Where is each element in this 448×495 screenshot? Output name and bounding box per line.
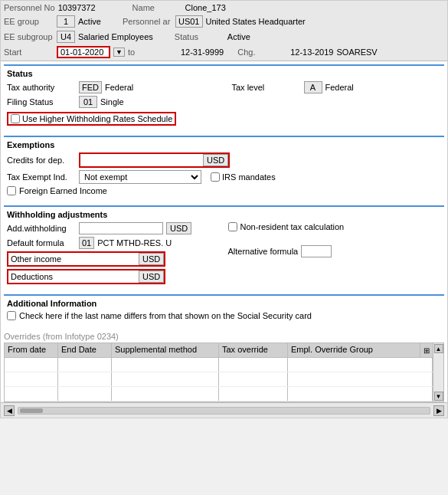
add-withholding-currency: USD (166, 222, 191, 234)
exemptions-section-title: Exemptions (7, 140, 441, 149)
overrides-section: Overrides (from Infotype 0234) From date… (4, 330, 444, 402)
deductions-currency: USD (139, 270, 164, 283)
ee-subgroup-code: U4 (57, 31, 75, 43)
use-higher-withholding-checkbox[interactable] (11, 114, 20, 123)
credits-dep-input[interactable] (80, 154, 203, 166)
other-income-row: Other income USD (7, 251, 221, 267)
status-label: Status (175, 32, 224, 41)
col-supplemental: Supplemental method (112, 343, 219, 357)
additional-section-title: Additional Information (7, 299, 441, 308)
irs-mandates-label: IRS mandates (222, 172, 276, 182)
filing-status-row: Filing Status 01 Single (7, 96, 217, 108)
personnel-no-pair: Personnel No 10397372 (4, 3, 96, 12)
add-withholding-row: Add.withholding USD (7, 222, 221, 234)
scroll-right-btn[interactable]: ▶ (433, 405, 444, 416)
tax-authority-label: Tax authority (7, 83, 76, 92)
ee-subgroup-label: EE subgroup (4, 32, 54, 41)
tax-level-row: Tax level A Federal (232, 81, 442, 93)
grid-row-1[interactable] (5, 358, 433, 372)
status-value: Active (227, 32, 250, 41)
alternative-formula-row: Alternative formula (228, 245, 442, 257)
other-income-input[interactable] (77, 253, 139, 265)
col-empl-override: Empl. Override Group (288, 343, 420, 357)
grid-row-3[interactable] (5, 387, 433, 402)
to-value: 12-31-9999 (181, 48, 224, 57)
other-income-currency: USD (139, 253, 164, 265)
calendar-icon[interactable]: ▼ (113, 48, 125, 57)
credits-dep-label: Credits for dep. (7, 156, 76, 165)
alternative-formula-label: Alternative formula (228, 247, 299, 256)
status-section-title: Status (7, 69, 441, 78)
deductions-input[interactable] (77, 270, 139, 283)
tax-authority-value: Federal (105, 83, 133, 92)
grid-header: From date End Date Supplemental method T… (5, 343, 433, 358)
other-income-label: Other income (8, 254, 77, 264)
scroll-left-btn[interactable]: ◀ (4, 405, 15, 416)
check-last-name-row: Check here if the last name differs from… (7, 311, 441, 320)
non-resident-checkbox[interactable] (228, 222, 237, 231)
personnel-no-value: 10397372 (58, 3, 96, 12)
overrides-title: Overrides (from Infotype 0234) (4, 330, 444, 343)
grid-row-2[interactable] (5, 372, 433, 387)
status-section: Status Tax authority FED Federal Filing … (4, 64, 444, 133)
tax-level-value: Federal (325, 83, 354, 92)
col-end-date: End Date (58, 343, 112, 357)
chg-label: Chg. (237, 48, 287, 57)
vscroll-up-btn[interactable]: ▲ (434, 344, 443, 353)
grid-settings-icon[interactable]: ⊞ (420, 343, 433, 357)
add-withholding-input[interactable] (79, 222, 163, 234)
ee-subgroup-pair: EE subgroup U4 Salaried Employees (4, 31, 153, 43)
foreign-earned-row: Foreign Earned Income (7, 186, 441, 195)
alternative-formula-input[interactable] (301, 245, 332, 257)
header-bar: Personnel No 10397372 Name Clone_173 EE … (1, 1, 447, 61)
vscroll-down-btn[interactable]: ▼ (434, 392, 443, 401)
add-withholding-label: Add.withholding (7, 224, 76, 233)
ee-group-pair: EE group 1 Active (4, 15, 101, 28)
withholding-section-title: Withholding adjustments (7, 210, 441, 219)
use-higher-withholding-label: Use Higher Withholding Rates Schedule (22, 114, 172, 123)
non-resident-label: Non-resident tax calculation (240, 222, 345, 231)
filing-status-code: 01 (79, 96, 97, 108)
name-label: Name (132, 3, 182, 12)
check-last-name-checkbox[interactable] (7, 311, 16, 320)
default-formula-row: Default formula 01 PCT MTHD-RES. U (7, 237, 221, 249)
filing-status-value: Single (100, 97, 124, 107)
tax-level-label: Tax level (232, 83, 301, 92)
chg-date: 12-13-2019 (290, 48, 333, 57)
chg-value: SOARESV (336, 48, 377, 57)
ee-group-label: EE group (4, 17, 54, 26)
start-date-input[interactable]: 01-01-2020 (57, 46, 110, 58)
personnel-ar-pair: Personnel ar US01 United States Headquar… (123, 15, 306, 28)
name-value: Clone_173 (185, 3, 226, 12)
irs-mandates-checkbox[interactable] (211, 172, 220, 182)
use-higher-withholding-row: Use Higher Withholding Rates Schedule (7, 112, 441, 126)
credits-dep-row: Credits for dep. USD (7, 152, 441, 168)
default-formula-label: Default formula (7, 238, 76, 248)
filing-status-label: Filing Status (7, 97, 76, 107)
scrollbar-thumb (20, 408, 43, 413)
personnel-ar-label: Personnel ar (123, 17, 172, 26)
horizontal-scrollbar[interactable] (18, 407, 430, 415)
personnel-ar-value: United States Headquarter (206, 17, 306, 26)
ee-group-code: 1 (57, 15, 75, 28)
personnel-ar-code: US01 (175, 15, 203, 28)
main-container: Personnel No 10397372 Name Clone_173 EE … (0, 0, 448, 418)
tax-exempt-select[interactable]: Not exempt (79, 170, 201, 184)
chg-pair: Chg. 12-13-2019 SOARESV (237, 48, 377, 57)
default-formula-code: 01 (79, 237, 94, 249)
start-label: Start (4, 48, 54, 57)
name-pair: Name Clone_173 (132, 3, 226, 12)
foreign-earned-label: Foreign Earned Income (19, 186, 107, 195)
status-pair: Status Active (175, 31, 250, 43)
credits-dep-currency: USD (203, 154, 228, 166)
tax-authority-code: FED (79, 81, 102, 93)
col-tax-override: Tax override (219, 343, 288, 357)
start-pair: Start 01-01-2020 ▼ to 12-31-9999 (4, 46, 224, 58)
deductions-row: Deductions USD (7, 269, 221, 284)
tax-exempt-label: Tax Exempt Ind. (7, 172, 76, 182)
withholding-section: Withholding adjustments Add.withholding … (4, 205, 444, 291)
foreign-earned-checkbox[interactable] (7, 186, 16, 195)
to-label: to (128, 48, 178, 57)
exemptions-section: Exemptions Credits for dep. USD Tax Exem… (4, 136, 444, 202)
check-last-name-label: Check here if the last name differs from… (19, 311, 312, 320)
